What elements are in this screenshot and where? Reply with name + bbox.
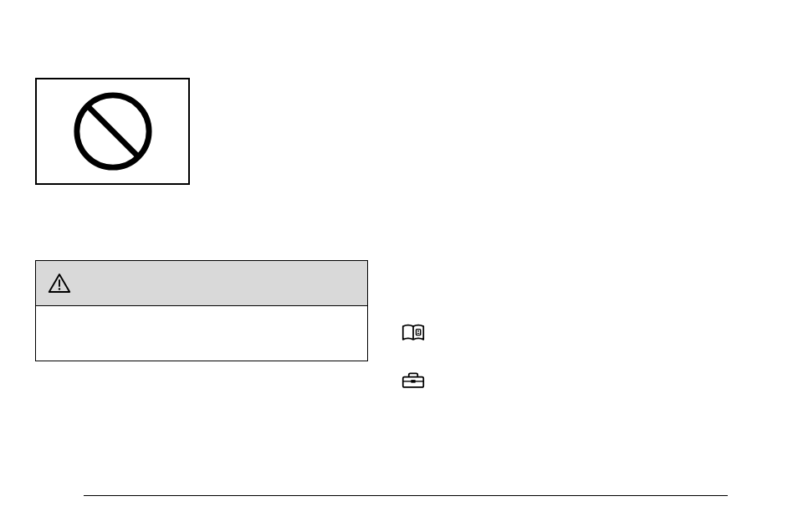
svg-line-1: [88, 107, 137, 156]
svg-point-7: [417, 330, 419, 332]
caution-header: [36, 261, 367, 306]
caution-box: [35, 260, 368, 361]
caution-body: [36, 306, 367, 361]
svg-rect-11: [411, 380, 415, 383]
document-page: [0, 0, 798, 532]
warning-triangle-icon: [48, 273, 71, 294]
svg-point-4: [59, 288, 60, 289]
toolbox-icon: [402, 372, 425, 389]
footer-rule: [84, 495, 728, 496]
manual-book-icon: [402, 324, 425, 342]
prohibition-icon: [72, 90, 154, 172]
prohibition-symbol-box: [35, 78, 190, 185]
svg-rect-6: [417, 330, 421, 335]
